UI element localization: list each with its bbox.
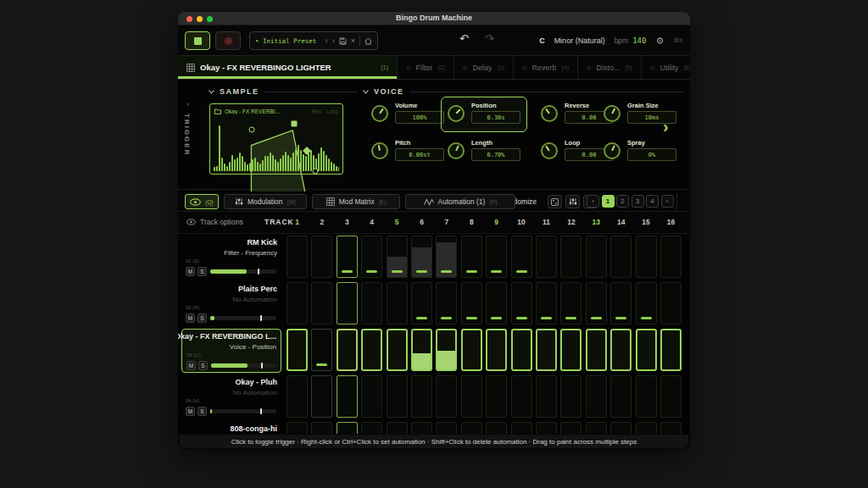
step-cell-14[interactable] [610, 282, 632, 324]
step-cell-9[interactable] [486, 375, 507, 418]
solo-button[interactable]: S [198, 407, 207, 416]
step-cell-13[interactable] [586, 282, 607, 324]
automation-1-mode-button[interactable]: Automation (1)(R) [405, 194, 515, 209]
step-cell-8[interactable] [461, 236, 482, 278]
page-button-1[interactable]: 1 [602, 195, 615, 208]
step-cell-2[interactable] [311, 375, 332, 418]
step-cell-12[interactable] [560, 329, 581, 371]
waveform-display[interactable]: Okay - FX REVERBI... Rev. Loop [209, 103, 343, 175]
step-cell-10[interactable] [511, 236, 532, 278]
step-cell-11[interactable] [536, 375, 557, 418]
step-cell-13[interactable] [586, 422, 607, 434]
step-cell-13[interactable] [586, 329, 607, 371]
redo-button[interactable]: ↷ [485, 33, 494, 44]
home-preset-icon[interactable] [364, 37, 372, 45]
tab-delay[interactable]: ○Delay(3) [453, 56, 513, 79]
step-cell-6[interactable] [411, 329, 432, 371]
voice-section-header[interactable]: VOICE [363, 86, 683, 97]
step-cell-5[interactable] [387, 236, 408, 278]
tab-disto[interactable]: ○Disto...(5) [577, 56, 641, 79]
track-panel-okay-pluh[interactable]: Okay - PluhNo Automation04 (V)MS [181, 375, 281, 419]
step-cell-4[interactable] [361, 422, 382, 434]
envelope-handle-circle[interactable] [313, 169, 319, 175]
track-options-button[interactable]: Track options [186, 218, 243, 226]
track-panel-plaits-perc[interactable]: Plaits PercNo Automation02 (X)MS [181, 282, 281, 326]
step-cell-8[interactable] [461, 329, 482, 371]
step-cell-3[interactable] [337, 422, 358, 434]
knob-dial[interactable] [448, 142, 465, 159]
track-panel-808-conga-hi[interactable]: 808-conga-hi05 (B)MS [181, 422, 281, 434]
step-cell-1[interactable] [287, 375, 308, 418]
step-cell-7[interactable] [436, 236, 457, 278]
tab-okay-fx-reverbingo-lighter[interactable]: Okay - FX REVERBINGO LIGHTER(1) [178, 56, 397, 79]
step-cell-10[interactable] [511, 282, 532, 324]
next-preset-icon[interactable]: › [332, 37, 335, 45]
collapse-chevron-icon[interactable] [363, 90, 369, 94]
step-cell-4[interactable] [361, 375, 382, 418]
step-cell-16[interactable] [660, 282, 682, 324]
preset-selector[interactable]: • Initial Preset ‹ › × [249, 31, 378, 50]
step-cell-3[interactable] [337, 282, 358, 324]
step-cell-15[interactable] [636, 375, 657, 418]
mute-button[interactable]: M [186, 267, 195, 276]
knob-pitch[interactable]: Pitch0.00st [371, 139, 453, 173]
step-cell-16[interactable] [660, 236, 682, 278]
step-cell-13[interactable] [586, 236, 607, 278]
step-cell-6[interactable] [411, 375, 432, 418]
step-cell-1[interactable] [287, 422, 308, 434]
randomize-dice-button[interactable] [548, 195, 562, 208]
step-cell-9[interactable] [486, 329, 507, 371]
collapse-chevron-icon[interactable] [209, 90, 214, 94]
step-cell-6[interactable] [411, 422, 432, 434]
step-cell-3[interactable] [337, 236, 358, 278]
step-cell-12[interactable] [560, 282, 581, 324]
step-cell-3[interactable] [337, 375, 358, 418]
step-cell-1[interactable] [287, 282, 308, 324]
track-volume-slider[interactable] [210, 269, 276, 274]
track-panel-okay-fx-reverbingo-l[interactable]: Okay - FX REVERBINGO L...Voice - Positio… [181, 329, 281, 373]
knob-value[interactable]: 0% [627, 148, 676, 161]
step-cell-10[interactable] [511, 422, 532, 434]
knob-value[interactable]: 0.00st [395, 148, 444, 161]
knob-dial[interactable] [604, 142, 620, 159]
step-cell-11[interactable] [536, 282, 557, 324]
step-cell-5[interactable] [387, 329, 408, 371]
step-cell-8[interactable] [461, 422, 482, 434]
step-cell-6[interactable] [411, 236, 432, 278]
step-cell-9[interactable] [486, 282, 507, 324]
step-cell-3[interactable] [337, 329, 358, 371]
step-cell-2[interactable] [311, 236, 332, 278]
step-cell-12[interactable] [560, 236, 581, 278]
tab-reverb[interactable]: ○Reverb(4) [513, 56, 577, 79]
step-cell-15[interactable] [636, 236, 657, 278]
mod-matrix-mode-button[interactable]: Mod Matrix(E) [312, 194, 400, 209]
step-cell-4[interactable] [361, 236, 382, 278]
settings-gear-icon[interactable]: ⚙ [655, 36, 664, 47]
step-cell-14[interactable] [610, 422, 632, 434]
next-page-chevron-icon[interactable]: › [663, 117, 669, 136]
track-volume-slider[interactable] [211, 363, 277, 368]
step-cell-5[interactable] [387, 282, 408, 324]
key-selector[interactable]: C [539, 36, 545, 45]
step-cell-5[interactable] [387, 375, 408, 418]
knob-dial[interactable] [541, 142, 558, 159]
step-cell-10[interactable] [511, 329, 532, 371]
step-cell-16[interactable] [660, 375, 682, 418]
tab-utility[interactable]: ○Utility(6) [641, 56, 690, 79]
step-cell-8[interactable] [461, 375, 482, 418]
step-cell-7[interactable] [436, 375, 457, 418]
mute-button[interactable]: M [186, 313, 195, 323]
knob-dial[interactable] [448, 105, 465, 122]
step-cell-15[interactable] [636, 422, 657, 434]
step-cell-1[interactable] [287, 236, 308, 278]
solo-button[interactable]: S [198, 313, 207, 323]
step-cell-15[interactable] [636, 329, 657, 371]
titlebar[interactable]: Bingo Drum Machine [178, 12, 690, 25]
envelope-handle-circle[interactable] [249, 127, 255, 133]
step-cell-14[interactable] [610, 375, 632, 418]
track-volume-slider[interactable] [210, 409, 276, 413]
record-button[interactable] [215, 31, 241, 50]
undo-button[interactable]: ↶ [459, 33, 469, 44]
step-cell-12[interactable] [560, 422, 581, 434]
knob-dial[interactable] [541, 105, 558, 122]
